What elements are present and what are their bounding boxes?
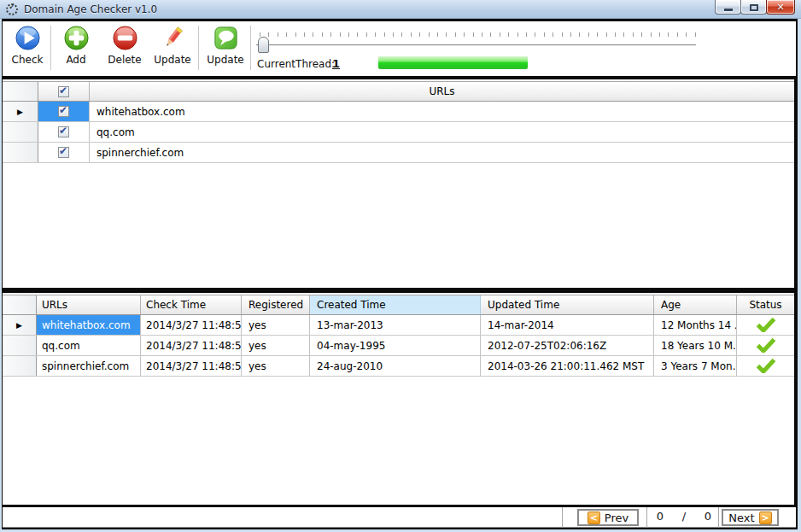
pagination-bar: < Prev 0 / 0 Next > [3,507,796,528]
current-page: 0 [657,510,664,523]
app-icon: ✓ [6,3,18,15]
total-pages: 0 [705,510,711,523]
slider-thumb[interactable] [258,37,269,53]
prev-button[interactable]: < Prev [577,509,639,526]
toolbar-separator [50,26,51,70]
page-indicator: 0 / 0 [647,510,721,523]
url-table: URLs ▶ whitehatbox.com ▶ qq.com ▶ spinne… [3,79,794,288]
row-indicator-cell: ▶ [3,315,37,335]
row-header-corner [3,295,37,314]
next-button-label: Next [728,512,754,524]
row-indicator-cell: ▶ [3,122,38,142]
maximize-button[interactable] [740,0,767,15]
result-cell-status [737,356,794,376]
close-icon: ✕ [776,1,784,14]
app-icon-check: ✓ [9,2,15,11]
window-controls: ✕ [715,0,795,15]
url-checkbox[interactable] [58,126,69,137]
column-header-registered[interactable]: Registered [242,295,310,314]
select-all-cell [38,82,90,101]
result-cell-status [737,336,794,355]
url-cell[interactable]: spinnerchief.com [90,143,794,162]
update-button-label: Update [154,54,190,66]
update-sync-button[interactable]: Update [202,23,248,74]
result-cell-url[interactable]: whitehatbox.com [37,315,141,335]
check-button-label: Check [12,54,44,66]
url-cell[interactable]: qq.com [90,122,794,142]
play-icon [15,25,41,51]
column-header-updated-time[interactable]: Updated Time [481,295,654,314]
delete-button[interactable]: Delete [104,23,145,74]
url-checkbox[interactable] [58,106,69,117]
maximize-icon [750,4,758,11]
url-rows: ▶ whitehatbox.com ▶ qq.com ▶ spinnerchie… [3,102,794,163]
result-cell-url[interactable]: spinnerchief.com [37,356,141,376]
page-separator: / [682,510,686,523]
check-button[interactable]: Check [8,23,47,74]
current-thread-label: CurrentThread: [257,58,335,70]
add-button-label: Add [66,54,85,66]
result-row[interactable]: ▶ qq.com 2014/3/27 11:48:55 yes 04-may-1… [3,336,794,356]
row-arrow-icon: ▶ [17,108,23,116]
delete-button-label: Delete [108,54,141,66]
prev-arrow-icon: < [588,512,600,524]
result-cell-status [737,315,794,335]
close-button[interactable]: ✕ [766,0,795,15]
result-cell-age: 3 Years 7 Mon... [654,356,737,376]
minimize-icon [724,9,733,11]
add-button[interactable]: Add [57,23,95,74]
plus-icon [63,25,90,51]
next-arrow-icon: > [759,512,772,524]
next-button[interactable]: Next > [722,509,779,526]
url-checkbox[interactable] [58,147,69,158]
column-header-check-time[interactable]: Check Time [141,295,242,314]
column-header-status[interactable]: Status [737,295,794,314]
result-row[interactable]: ▶ whitehatbox.com 2014/3/27 11:48:50 yes… [3,315,794,336]
minus-icon [112,25,138,51]
result-cell-check-time: 2014/3/27 11:48:55 [141,336,242,355]
toolbar-separator [250,26,251,70]
result-cell-check-time: 2014/3/27 11:48:58 [141,356,242,376]
url-checkbox-cell [38,122,90,142]
column-header-urls[interactable]: URLs [37,295,141,314]
select-all-checkbox[interactable] [58,86,69,97]
thread-slider[interactable] [256,30,696,54]
url-row[interactable]: ▶ spinnerchief.com [3,143,794,163]
row-indicator-cell: ▶ [3,143,38,162]
results-table: URLs Check Time Registered Created Time … [3,293,794,505]
url-row[interactable]: ▶ whitehatbox.com [3,102,794,122]
urls-column-header[interactable]: URLs [90,82,794,101]
result-cell-updated-time: 14-mar-2014 [481,315,654,335]
slider-track [256,44,696,46]
result-cell-age: 18 Years 10 M... [654,336,737,355]
status-check-icon [756,359,776,373]
result-cell-check-time: 2014/3/27 11:48:50 [141,315,242,335]
result-cell-created-time: 24-aug-2010 [310,356,481,376]
result-rows: ▶ whitehatbox.com 2014/3/27 11:48:50 yes… [3,315,794,377]
toolbar-separator [198,26,199,70]
progress-bar [378,56,528,69]
result-cell-url[interactable]: qq.com [37,336,141,355]
status-check-icon [756,338,776,353]
result-cell-registered: yes [242,336,310,355]
result-row[interactable]: ▶ spinnerchief.com 2014/3/27 11:48:58 ye… [3,356,794,377]
chat-bubble-icon [213,25,239,51]
url-cell[interactable]: whitehatbox.com [90,102,794,121]
column-header-age[interactable]: Age [654,295,737,314]
results-header: URLs Check Time Registered Created Time … [3,295,794,315]
url-checkbox-cell [38,143,90,162]
row-indicator-cell: ▶ [3,336,37,355]
minimize-button[interactable] [715,0,741,15]
result-cell-registered: yes [242,315,310,335]
status-check-icon [756,318,776,332]
result-cell-updated-time: 2014-03-26 21:00:11.462 MST [481,356,654,376]
url-row[interactable]: ▶ qq.com [3,122,794,143]
result-cell-created-time: 04-may-1995 [310,336,481,355]
column-header-created-time[interactable]: Created Time [310,295,481,314]
row-header-corner [3,82,38,101]
url-checkbox-cell [38,102,90,121]
update-button[interactable]: Update [149,23,196,74]
result-cell-updated-time: 2012-07-25T02:06:16Z [481,336,654,355]
result-cell-age: 12 Months 14 ... [654,315,737,335]
titlebar: ✓ Domain Age Checker v1.0 ✕ [0,0,801,19]
